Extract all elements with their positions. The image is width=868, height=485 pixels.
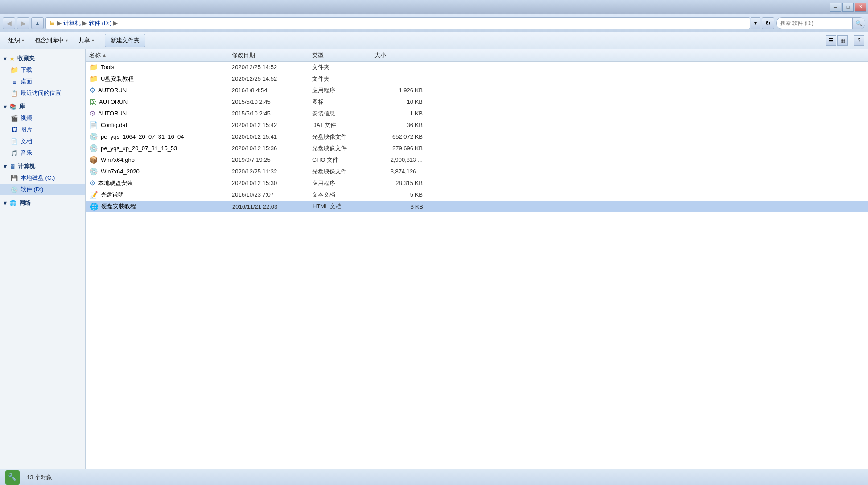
search-button[interactable]: 🔍 (852, 17, 865, 29)
file-name-text: Win7x64_2020 (101, 168, 140, 175)
sidebar-item-doc[interactable]: 📄 文档 (0, 136, 85, 147)
toolbar-divider (102, 35, 102, 46)
new-folder-button[interactable]: 新建文件夹 (105, 34, 145, 47)
library-expand-icon: ▾ (4, 103, 7, 110)
file-type-icon: 🖼 (89, 98, 96, 106)
file-type-cell: 应用程序 (312, 179, 374, 187)
forward-button[interactable]: ▶ (17, 17, 29, 29)
file-type-icon: 📦 (89, 156, 98, 164)
file-size-cell: 3 KB (375, 203, 428, 210)
sidebar-item-music[interactable]: 🎵 音乐 (0, 147, 85, 159)
file-name-text: 本地硬盘安装 (98, 179, 133, 187)
favorites-expand-icon: ▾ (4, 55, 7, 62)
share-chevron: ▾ (92, 38, 94, 43)
search-input[interactable] (777, 20, 852, 26)
table-row[interactable]: 💿 pe_yqs_xp_20_07_31_15_53 2020/10/12 15… (86, 143, 868, 154)
file-type-icon: ⚙ (89, 179, 95, 187)
col-header-size[interactable]: 大小 (374, 51, 428, 59)
file-date-cell: 2015/5/10 2:45 (232, 110, 312, 117)
sidebar-item-desktop[interactable]: 🖥 桌面 (0, 76, 85, 87)
table-row[interactable]: 📦 Win7x64.gho 2019/9/7 19:25 GHO 文件 2,90… (86, 154, 868, 166)
view-toggle-button[interactable]: ▦ (837, 35, 848, 46)
file-name-cell: 🖼 AUTORUN (89, 98, 232, 106)
library-section: ▾ 📚 库 🎬 视频 🖼 图片 📄 文档 🎵 音乐 (0, 101, 85, 159)
table-row[interactable]: ⚙ AUTORUN 2016/1/8 4:54 应用程序 1,926 KB (86, 85, 868, 96)
content-area: 名称 ▲ 修改日期 类型 大小 📁 Tools 2020/12/25 14:52… (86, 49, 868, 469)
table-row[interactable]: ⚙ AUTORUN 2015/5/10 2:45 安装信息 1 KB (86, 108, 868, 119)
breadcrumb-dropdown[interactable]: ▾ (751, 17, 760, 29)
doc-icon: 📄 (11, 138, 18, 145)
table-row[interactable]: 💿 pe_yqs_1064_20_07_31_16_04 2020/10/12 … (86, 131, 868, 143)
table-row[interactable]: 🖼 AUTORUN 2015/5/10 2:45 图标 10 KB (86, 96, 868, 108)
table-row[interactable]: 🌐 硬盘安装教程 2016/11/21 22:03 HTML 文档 3 KB (86, 201, 868, 212)
refresh-button[interactable]: ↻ (762, 17, 774, 29)
sidebar: ▾ ★ 收藏夹 📁 下载 🖥 桌面 📋 最近访问的位置 ▾ 📚 库 (0, 49, 86, 469)
view-mode-button[interactable]: ☰ (826, 35, 836, 46)
maximize-button[interactable]: □ (842, 3, 854, 12)
file-name-text: 硬盘安装教程 (101, 202, 136, 210)
file-name-text: Config.dat (101, 122, 127, 128)
computer-header[interactable]: ▾ 🖥 计算机 (0, 160, 85, 172)
file-type-cell: HTML 文档 (313, 202, 375, 210)
file-type-cell: DAT 文件 (312, 121, 374, 129)
table-row[interactable]: 💿 Win7x64_2020 2020/12/25 11:32 光盘映像文件 3… (86, 166, 868, 177)
file-type-icon: 📁 (89, 63, 98, 71)
sidebar-item-downloads[interactable]: 📁 下载 (0, 64, 85, 76)
file-name-cell: 📁 U盘安装教程 (89, 74, 232, 83)
local-c-icon: 💾 (11, 174, 18, 181)
col-header-name[interactable]: 名称 ▲ (89, 51, 232, 59)
sidebar-item-local-c[interactable]: 💾 本地磁盘 (C:) (0, 172, 85, 184)
breadcrumb-bar: 🖥 ▶ 计算机 ▶ 软件 (D:) ▶ (45, 17, 750, 29)
recent-icon: 📋 (11, 90, 18, 97)
file-type-icon: 📝 (89, 190, 98, 199)
table-row[interactable]: 📁 U盘安装教程 2020/12/25 14:52 文件夹 (86, 73, 868, 85)
file-name-cell: 📝 光盘说明 (89, 190, 232, 199)
organize-button[interactable]: 组织 ▾ (4, 34, 29, 47)
file-size-cell: 279,696 KB (374, 145, 428, 152)
status-app-icon: 🔧 (5, 470, 20, 485)
favorites-header[interactable]: ▾ ★ 收藏夹 (0, 53, 85, 64)
breadcrumb-sep2: ▶ (82, 20, 87, 26)
file-name-cell: ⚙ AUTORUN (89, 86, 232, 95)
share-label: 共享 (78, 37, 90, 45)
file-type-icon: 💿 (89, 144, 98, 152)
breadcrumb-drive[interactable]: 软件 (D:) (89, 19, 111, 27)
video-icon: 🎬 (11, 115, 18, 122)
file-date-cell: 2020/10/12 15:30 (232, 180, 312, 186)
sidebar-item-image[interactable]: 🖼 图片 (0, 124, 85, 136)
up-button[interactable]: ▲ (31, 17, 44, 29)
file-size-cell: 652,072 KB (374, 133, 428, 140)
library-header[interactable]: ▾ 📚 库 (0, 101, 85, 112)
breadcrumb-computer[interactable]: 计算机 (63, 19, 81, 27)
file-size-cell: 28,315 KB (374, 180, 428, 186)
file-list: 📁 Tools 2020/12/25 14:52 文件夹 📁 U盘安装教程 20… (86, 62, 868, 469)
include-library-button[interactable]: 包含到库中 ▾ (30, 34, 73, 47)
close-button[interactable]: ✕ (855, 3, 866, 12)
file-type-icon: 📁 (89, 74, 98, 83)
sidebar-item-video[interactable]: 🎬 视频 (0, 112, 85, 124)
table-row[interactable]: 📄 Config.dat 2020/10/12 15:42 DAT 文件 36 … (86, 119, 868, 131)
col-header-type[interactable]: 类型 (312, 51, 374, 59)
sidebar-item-recent[interactable]: 📋 最近访问的位置 (0, 87, 85, 99)
file-date-cell: 2020/12/25 11:32 (232, 168, 312, 175)
file-type-icon: 📄 (89, 121, 98, 129)
sort-icon-name: ▲ (102, 53, 107, 58)
share-button[interactable]: 共享 ▾ (74, 34, 99, 47)
network-header[interactable]: ▾ 🌐 网络 (0, 197, 85, 209)
organize-chevron: ▾ (22, 38, 24, 43)
minimize-button[interactable]: ─ (830, 3, 841, 12)
table-row[interactable]: ⚙ 本地硬盘安装 2020/10/12 15:30 应用程序 28,315 KB (86, 177, 868, 189)
file-type-icon: 🌐 (90, 202, 99, 211)
file-date-cell: 2016/10/23 7:07 (232, 191, 312, 198)
help-button[interactable]: ? (854, 35, 864, 46)
col-header-modified[interactable]: 修改日期 (232, 51, 312, 59)
new-folder-label: 新建文件夹 (111, 37, 140, 45)
sidebar-item-software-d[interactable]: 💿 软件 (D:) (0, 184, 85, 195)
back-button[interactable]: ◀ (3, 17, 15, 29)
table-row[interactable]: 📁 Tools 2020/12/25 14:52 文件夹 (86, 62, 868, 73)
table-row[interactable]: 📝 光盘说明 2016/10/23 7:07 文本文档 5 KB (86, 189, 868, 201)
file-name-text: U盘安装教程 (101, 75, 134, 83)
file-type-cell: 光盘映像文件 (312, 144, 374, 152)
breadcrumb-sep3: ▶ (113, 20, 118, 26)
file-type-cell: 光盘映像文件 (312, 168, 374, 176)
